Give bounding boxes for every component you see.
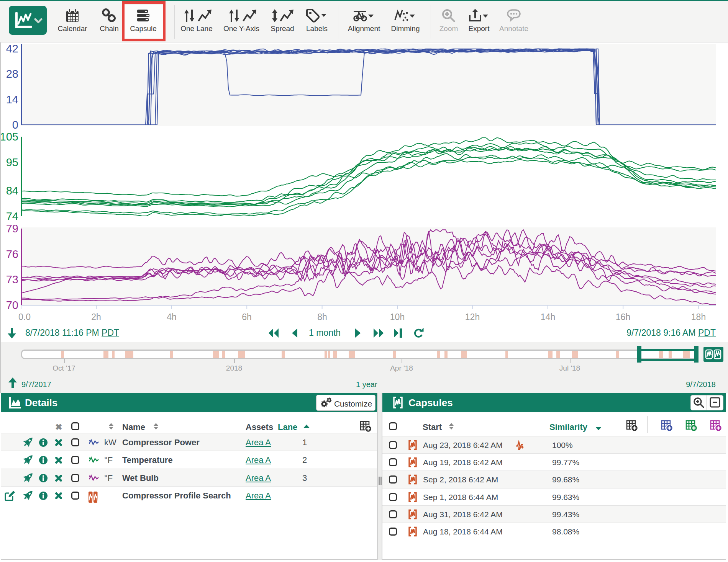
svg-text:12h: 12h: [465, 312, 480, 322]
svg-text:42: 42: [6, 42, 18, 55]
svg-text:0.0: 0.0: [18, 312, 31, 322]
svg-text:18h: 18h: [691, 312, 706, 322]
svg-text:79: 79: [6, 222, 18, 235]
svg-text:6h: 6h: [242, 312, 252, 322]
svg-text:0: 0: [12, 119, 18, 131]
svg-text:74: 74: [6, 210, 18, 222]
svg-text:14h: 14h: [541, 312, 555, 322]
svg-text:76: 76: [6, 248, 18, 260]
svg-text:4h: 4h: [167, 312, 177, 322]
svg-text:73: 73: [6, 273, 18, 286]
svg-text:70: 70: [6, 299, 18, 311]
svg-text:105: 105: [0, 131, 18, 143]
svg-text:10h: 10h: [390, 312, 405, 322]
svg-text:14: 14: [6, 93, 18, 106]
svg-text:2h: 2h: [91, 312, 101, 322]
svg-text:16h: 16h: [616, 312, 630, 322]
svg-text:84: 84: [6, 185, 18, 197]
svg-text:8h: 8h: [317, 312, 327, 322]
svg-text:28: 28: [6, 68, 18, 80]
svg-text:95: 95: [6, 156, 18, 168]
